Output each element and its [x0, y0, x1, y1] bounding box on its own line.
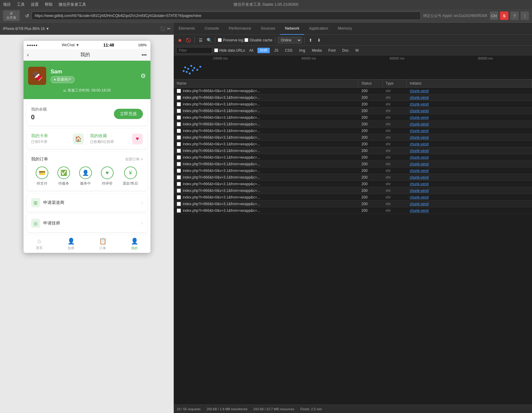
row-checkbox[interactable] [177, 169, 181, 173]
tab-performance[interactable]: Performance [224, 23, 256, 35]
hide-data-urls-input[interactable] [214, 48, 218, 52]
filter-all[interactable]: All [247, 48, 256, 53]
row-checkbox[interactable] [177, 95, 181, 100]
row-checkbox[interactable] [177, 89, 181, 93]
table-row[interactable]: index.php?i=666&t=0&v=3.1&from=wxapp&c=.… [174, 187, 532, 194]
table-row[interactable]: index.php?i=666&t=0&v=3.1&from=wxapp&c=.… [174, 88, 532, 94]
search-button[interactable]: 🔍 [205, 37, 213, 44]
row-checkbox[interactable] [177, 155, 181, 160]
table-row[interactable]: index.php?i=666&t=0&v=3.1&from=wxapp&c=.… [174, 147, 532, 154]
order-pending-payment[interactable]: 💳 待支付 [36, 166, 48, 186]
filter-font[interactable]: Font [326, 48, 338, 53]
tab-memory[interactable]: Memory [333, 23, 357, 35]
rotate-icon[interactable]: ⬛ [160, 26, 165, 31]
menu-item-tools[interactable]: 工具 [17, 2, 25, 7]
table-row[interactable]: index.php?i=666&t=0&v=3.1&from=wxapp&c=.… [174, 181, 532, 187]
filter-ws[interactable]: W [353, 48, 361, 53]
filter-img[interactable]: Img [297, 48, 308, 53]
cloud-develop-button[interactable]: ⇄ 云开发 [3, 10, 20, 21]
td-initiator[interactable]: chunk-vend [407, 121, 532, 127]
device-label[interactable]: iPhone 6/7/8 Plus 85% 16 ▼ [3, 27, 49, 31]
filter-doc[interactable]: Doc [340, 48, 351, 53]
row-checkbox[interactable] [177, 182, 181, 186]
nav-orders[interactable]: 📋 订单 [87, 237, 119, 250]
more-button[interactable]: ••• [142, 52, 147, 58]
my-favorites[interactable]: 我的收藏 已收藏0位技师 ♥ [90, 133, 143, 144]
ch-icon[interactable]: CH [490, 11, 498, 20]
hide-data-urls-checkbox[interactable]: Hide data URLs [214, 48, 245, 53]
tab-sources[interactable]: Sources [256, 23, 280, 35]
recharge-button[interactable]: 立即充值 [114, 109, 143, 119]
filter-input[interactable] [176, 47, 212, 54]
menu-item-help[interactable]: 帮助 [45, 2, 53, 7]
table-row[interactable]: index.php?i=666&t=0&v=3.1&from=wxapp&c=.… [174, 94, 532, 101]
td-initiator[interactable]: chunk-vend [407, 188, 532, 193]
filter-xhr[interactable]: XHR [257, 48, 270, 53]
url-input[interactable] [31, 11, 421, 20]
all-orders-link[interactable]: 全部订单 > [125, 157, 143, 162]
table-row[interactable]: index.php?i=666&t=0&v=3.1&from=wxapp&c=.… [174, 194, 532, 201]
td-initiator[interactable]: chunk-vend [407, 175, 532, 180]
apply-channel-merchant[interactable]: ⊞ 申请渠道商 › [27, 194, 147, 212]
filter-css[interactable]: CSS [282, 48, 295, 53]
table-row[interactable]: index.php?i=666&t=0&v=3.1&from=wxapp&c=.… [174, 161, 532, 167]
tab-console[interactable]: Console [200, 23, 224, 35]
download-icon[interactable]: ⬇ [315, 37, 323, 44]
table-row[interactable]: index.php?i=666&t=0&v=3.1&from=wxapp&c=.… [174, 154, 532, 161]
row-checkbox[interactable] [177, 122, 181, 126]
table-row[interactable]: index.php?i=666&t=0&v=3.1&from=wxapp&c=.… [174, 108, 532, 114]
row-checkbox[interactable] [177, 189, 181, 193]
td-initiator[interactable]: chunk-vend [407, 95, 532, 100]
back-button[interactable]: ‹ [27, 52, 29, 58]
table-row[interactable]: index.php?i=666&t=0&v=3.1&from=wxapp&c=.… [174, 207, 532, 214]
my-cards[interactable]: 我的卡券 已有0卡券 🏠 [31, 133, 84, 144]
table-row[interactable]: index.php?i=666&t=0&v=3.1&from=wxapp&c=.… [174, 174, 532, 181]
td-initiator[interactable]: chunk-vend [407, 88, 532, 94]
row-checkbox[interactable] [177, 175, 181, 179]
td-initiator[interactable]: chunk-vend [407, 195, 532, 200]
table-row[interactable]: index.php?i=666&t=0&v=3.1&from=wxapp&c=.… [174, 134, 532, 141]
filter-js[interactable]: JS [272, 48, 281, 53]
menu-item-project[interactable]: 项目 [3, 2, 11, 7]
row-checkbox[interactable] [177, 149, 181, 153]
refresh-button[interactable]: ↺ [25, 13, 29, 19]
upload-icon[interactable]: ⬆ [307, 37, 314, 44]
table-row[interactable]: index.php?i=666&t=0&v=3.1&from=wxapp&c=.… [174, 114, 532, 121]
nav-home[interactable]: ⌂ 首页 [24, 237, 55, 250]
order-refund[interactable]: ¥ 退款/售后 [123, 166, 138, 186]
td-initiator[interactable]: chunk-vend [407, 128, 532, 134]
menu-item-devtools[interactable]: 微信开发者工具 [59, 2, 86, 7]
row-checkbox[interactable] [177, 129, 181, 133]
row-checkbox[interactable] [177, 142, 181, 146]
td-initiator[interactable]: chunk-vend [407, 208, 532, 213]
sogou-icon[interactable]: S [500, 11, 508, 20]
td-initiator[interactable]: chunk-vend [407, 148, 532, 153]
clear-button[interactable]: 🚫 [185, 37, 192, 44]
td-initiator[interactable]: chunk-vend [407, 102, 532, 107]
table-row[interactable]: index.php?i=666&t=0&v=3.1&from=wxapp&c=.… [174, 127, 532, 134]
table-row[interactable]: index.php?i=666&t=0&v=3.1&from=wxapp&c=.… [174, 121, 532, 127]
td-initiator[interactable]: chunk-vend [407, 108, 532, 114]
network-throttle-select[interactable]: Online Fast 3G Slow 3G Offline [278, 37, 302, 44]
record-button[interactable]: ⏺ [176, 37, 183, 44]
td-initiator[interactable]: chunk-vend [407, 161, 532, 167]
order-pending-service[interactable]: ✅ 待服务 [57, 166, 70, 186]
row-checkbox[interactable] [177, 202, 181, 206]
td-initiator[interactable]: chunk-vend [407, 135, 532, 140]
row-checkbox[interactable] [177, 135, 181, 140]
more-icon[interactable]: ⋮ [521, 11, 529, 20]
filter-toggle[interactable]: ☰ [197, 37, 204, 44]
screenshot-icon[interactable]: ✂ [167, 26, 171, 31]
preserve-log-input[interactable] [218, 38, 222, 42]
apply-technician[interactable]: ◎ 申请技师 › [27, 214, 147, 232]
tab-elements[interactable]: Elements [174, 23, 200, 35]
row-checkbox[interactable] [177, 208, 181, 213]
nav-mine[interactable]: 👤 我的 [119, 237, 150, 250]
order-in-service[interactable]: 👤 服务中 [79, 166, 92, 186]
td-initiator[interactable]: chunk-vend [407, 168, 532, 173]
nav-technician[interactable]: 👤 技师 [55, 237, 87, 250]
preserve-log-checkbox[interactable]: Preserve log [218, 38, 243, 42]
row-checkbox[interactable] [177, 115, 181, 120]
row-checkbox[interactable] [177, 109, 181, 113]
td-initiator[interactable]: chunk-vend [407, 155, 532, 160]
